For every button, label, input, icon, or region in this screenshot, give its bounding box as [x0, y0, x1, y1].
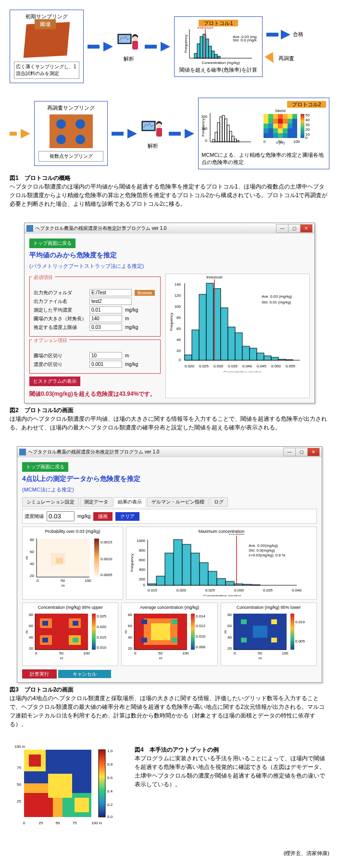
svg-rect-57 [264, 124, 268, 128]
tab-log[interactable]: ログ [210, 497, 228, 507]
tab-results[interactable]: 結果の表示 [113, 497, 146, 507]
svg-rect-71 [264, 133, 268, 138]
svg-rect-231 [271, 619, 277, 624]
svg-text:60: 60 [29, 624, 33, 628]
svg-rect-108 [250, 348, 257, 360]
size-input[interactable] [89, 315, 122, 322]
back-button[interactable]: トップ画面に戻る [22, 462, 68, 472]
svg-text:Frequency: Frequency [130, 554, 134, 572]
svg-rect-6 [200, 37, 203, 58]
svg-rect-188 [73, 638, 78, 642]
close-button[interactable]: ✕ [307, 448, 320, 456]
threshold-input[interactable] [47, 511, 75, 521]
svg-rect-33 [232, 136, 234, 142]
minimize-button[interactable]: — [276, 224, 289, 233]
svg-rect-155 [156, 576, 165, 585]
svg-text:Concentration (mg/kg): Concentration (mg/kg) [223, 370, 261, 372]
svg-rect-72 [268, 133, 273, 138]
svg-text:Frequency: Frequency [184, 35, 188, 53]
svg-text:z>0.03(mg/kg): 0.8 %: z>0.03(mg/kg): 0.8 % [249, 553, 285, 557]
svg-rect-65 [268, 128, 273, 133]
svg-text:m: m [124, 630, 128, 633]
svg-text:m: m [25, 556, 29, 559]
app-icon [19, 449, 26, 455]
cancel-button[interactable]: キャンセル [58, 670, 111, 678]
close-button[interactable]: ✕ [300, 224, 313, 233]
svg-text:0.025: 0.025 [205, 588, 215, 592]
required-legend: 必須項目 [32, 274, 55, 281]
figure-4: 100 m 75 50 25 0 25 50 75 100 m [10, 743, 329, 835]
back-button[interactable]: トップ画面に戻る [29, 239, 75, 248]
arrow-icon [281, 30, 290, 39]
svg-rect-223 [191, 614, 195, 650]
svg-text:0.055: 0.055 [286, 364, 296, 368]
svg-text:50: 50 [258, 651, 262, 655]
svg-text:0.015: 0.015 [148, 588, 158, 592]
gridconc-input[interactable] [89, 361, 122, 368]
svg-text:0.010: 0.010 [295, 620, 305, 624]
svg-rect-5 [197, 44, 200, 58]
svg-rect-47 [283, 114, 288, 119]
svg-rect-105 [228, 327, 235, 360]
window-title: ヘプタクロル農薬の残留濃度分布推定計算プログラム ver 1.0 [28, 449, 159, 455]
filename-input[interactable] [89, 298, 132, 305]
tab-gelman[interactable]: ゲルマン・ルービン指標 [147, 497, 209, 507]
svg-rect-50 [264, 119, 268, 124]
draw-button[interactable]: 描画 [93, 512, 113, 521]
run-button[interactable]: 計算実行 [22, 669, 57, 679]
svg-text:1000: 1000 [137, 539, 145, 543]
protocol2-heatmap: Site02 x (m) 050100 50403020100 [256, 108, 314, 151]
tab-sim-settings[interactable]: シミュレーション設定 [22, 497, 79, 507]
svg-rect-208 [141, 619, 147, 624]
fig3-caption-title: 図3 プロトコル2の画面 [10, 686, 329, 694]
svg-rect-111 [271, 357, 278, 360]
svg-rect-45 [273, 114, 278, 119]
svg-text:20: 20 [29, 646, 33, 651]
svg-rect-67 [278, 128, 283, 133]
multipoint-label: 複数点サンプリング [38, 151, 103, 162]
arrow-icon [185, 129, 194, 138]
svg-text:0: 0 [205, 138, 208, 143]
svg-text:0.0010: 0.0010 [100, 557, 113, 561]
svg-rect-75 [283, 133, 288, 138]
svg-text:0: 0 [134, 651, 137, 655]
svg-text:0.050: 0.050 [271, 364, 281, 368]
svg-text:100: 100 [293, 139, 300, 144]
maximize-button[interactable]: ▢ [288, 224, 301, 233]
clear-button[interactable]: クリア [115, 512, 139, 521]
svg-rect-232 [241, 638, 247, 642]
svg-text:400: 400 [139, 567, 146, 572]
svg-rect-34 [234, 139, 237, 142]
svg-rect-25 [213, 139, 215, 142]
svg-text:Site02: Site02 [275, 109, 286, 113]
maximize-button[interactable]: ▢ [295, 448, 308, 456]
grid-input[interactable] [89, 352, 122, 359]
histogram-button[interactable]: ヒストグラムの表示 [29, 377, 80, 386]
svg-text:75: 75 [73, 821, 77, 825]
minimize-button[interactable]: — [283, 448, 296, 456]
svg-rect-3 [132, 41, 138, 50]
svg-rect-74 [278, 133, 283, 138]
svg-text:40: 40 [128, 635, 132, 640]
svg-rect-61 [283, 124, 288, 128]
analysis-label: 解析 [117, 55, 141, 63]
svg-rect-101 [199, 294, 206, 360]
svg-text:140: 140 [175, 282, 181, 287]
credit: (櫻井玄、清家伸康) [10, 850, 329, 857]
svg-text:1.0: 1.0 [107, 749, 113, 753]
figure-1: 初期サンプリング 圃場 広く薄くサンプリングし、1混合試料のみを測定 解析 プロ… [10, 10, 329, 208]
svg-text:60: 60 [128, 624, 132, 628]
svg-text:120: 120 [175, 293, 181, 298]
browse-button[interactable]: Browse [135, 290, 155, 296]
folder-input[interactable] [89, 289, 132, 296]
conc-input[interactable] [89, 306, 122, 314]
max-concentration-histogram: Maximum concentration 10008006004002000 [126, 527, 317, 600]
field-label: 圃場 [35, 19, 56, 29]
upper-input[interactable] [89, 324, 122, 331]
svg-rect-187 [42, 638, 48, 642]
svg-text:0: 0 [305, 136, 308, 140]
tab-data[interactable]: 測定データ [80, 497, 113, 507]
threshold-label: 濃度閾値 [25, 513, 44, 520]
app-title: 4点以上の測定データから危険度を推定 [22, 475, 317, 483]
svg-text:20000: 20000 [201, 114, 208, 119]
